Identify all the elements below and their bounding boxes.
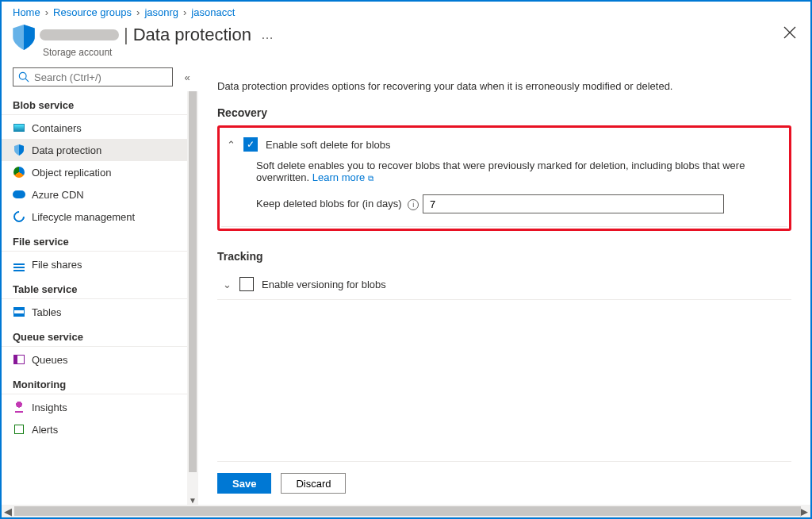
crumb-rg[interactable]: Resource groups — [53, 6, 132, 18]
sidebar-item-label: Tables — [32, 306, 62, 318]
crumb-jasonacct[interactable]: jasonacct — [191, 6, 235, 18]
crumb-sep: › — [45, 6, 48, 18]
sidebar-scrollbar[interactable]: ▲ ▼ — [187, 91, 198, 505]
hscroll-thumb[interactable] — [14, 506, 801, 516]
account-name-redacted — [40, 29, 119, 40]
keep-days-label: Keep deleted blobs for (in days) i — [256, 198, 415, 210]
sidebar-item-containers[interactable]: Containers — [2, 117, 187, 139]
sidebar-item-object-replication[interactable]: Object replication — [2, 161, 187, 183]
sidebar-item-queues[interactable]: Queues — [2, 348, 187, 371]
learn-more-link[interactable]: Learn more ⧉ — [312, 171, 373, 183]
cloud-icon — [13, 188, 25, 201]
recovery-heading: Recovery — [217, 106, 791, 119]
shield-large-icon — [13, 25, 35, 50]
scroll-left-icon[interactable]: ◀ — [2, 506, 14, 517]
chevron-down-icon[interactable]: ⌄ — [222, 279, 232, 290]
sidebar-item-label: Data protection — [32, 144, 102, 156]
page-subtitle: Storage account — [43, 47, 274, 58]
info-icon[interactable]: i — [408, 199, 419, 210]
page-title: Data protection — [133, 25, 251, 45]
shield-icon — [13, 144, 25, 156]
sidebar-item-azure-cdn[interactable]: Azure CDN — [2, 183, 187, 206]
highlight-callout: ⌃ Enable soft delete for blobs Soft dele… — [217, 125, 791, 231]
alerts-icon — [13, 423, 25, 436]
tracking-heading: Tracking — [217, 250, 791, 263]
svg-line-3 — [25, 79, 29, 82]
sidebar-item-label: Queues — [32, 354, 68, 366]
horizontal-scrollbar[interactable]: ◀ ▶ — [2, 505, 810, 517]
search-icon — [18, 71, 29, 83]
title-separator: | — [124, 25, 128, 45]
container-icon — [13, 121, 25, 134]
external-link-icon: ⧉ — [368, 174, 373, 183]
sidebar-item-tables[interactable]: Tables — [2, 301, 187, 323]
sidebar-group-heading: Table service — [2, 280, 187, 299]
files-icon — [13, 258, 25, 271]
sidebar-item-label: Alerts — [32, 424, 58, 436]
sidebar-item-label: File shares — [32, 259, 82, 271]
sidebar-item-label: Azure CDN — [32, 189, 84, 201]
chevron-up-icon[interactable]: ⌃ — [226, 139, 236, 151]
sidebar-item-file-shares[interactable]: File shares — [2, 253, 187, 275]
soft-delete-title: Enable soft delete for blobs — [266, 139, 391, 151]
footer-actions: Save Discard — [217, 461, 791, 505]
close-icon[interactable] — [783, 26, 796, 39]
sidebar-item-insights[interactable]: Insights — [2, 396, 187, 418]
lifecycle-icon — [13, 210, 25, 223]
search-input-wrapper[interactable] — [13, 67, 173, 86]
discard-button[interactable]: Discard — [281, 473, 346, 494]
save-button[interactable]: Save — [217, 473, 271, 494]
sidebar-group-heading: Blob service — [2, 96, 187, 115]
versioning-title: Enable versioning for blobs — [262, 279, 386, 290]
crumb-sep: › — [183, 6, 186, 18]
sidebar-item-data-protection[interactable]: Data protection — [2, 139, 187, 161]
sidebar-group-heading: Queue service — [2, 328, 187, 347]
replication-icon — [13, 166, 25, 179]
table-icon — [13, 306, 25, 318]
collapse-sidebar-icon[interactable]: « — [181, 71, 193, 83]
page-description: Data protection provides options for rec… — [217, 80, 791, 92]
scroll-down-icon[interactable]: ▼ — [187, 496, 198, 505]
soft-delete-checkbox[interactable] — [243, 137, 258, 152]
insights-icon — [13, 401, 25, 413]
sidebar-item-label: Containers — [32, 122, 82, 134]
search-input[interactable] — [34, 71, 167, 83]
svg-point-2 — [19, 72, 26, 79]
sidebar-group-heading: Monitoring — [2, 375, 187, 394]
scroll-thumb[interactable] — [189, 91, 197, 472]
versioning-checkbox[interactable] — [239, 277, 254, 291]
sidebar-item-lifecycle-management[interactable]: Lifecycle management — [2, 206, 187, 228]
sidebar-item-label: Object replication — [32, 167, 111, 179]
sidebar: « Blob serviceContainersData protectionO… — [2, 67, 198, 505]
breadcrumb: Home › Resource groups › jasonrg › jason… — [2, 2, 810, 21]
crumb-jasonrg[interactable]: jasonrg — [144, 6, 178, 18]
crumb-home[interactable]: Home — [13, 6, 40, 18]
sidebar-item-label: Lifecycle management — [32, 211, 135, 223]
sidebar-group-heading: File service — [2, 233, 187, 252]
crumb-sep: › — [136, 6, 140, 18]
more-actions-button[interactable]: … — [261, 28, 274, 42]
keep-days-input[interactable] — [423, 194, 724, 213]
queue-icon — [13, 353, 25, 366]
page-header: | Data protection … Storage account — [2, 21, 810, 67]
sidebar-item-label: Insights — [32, 402, 67, 413]
sidebar-item-alerts[interactable]: Alerts — [2, 418, 187, 440]
main-content: Data protection provides options for rec… — [198, 67, 810, 505]
